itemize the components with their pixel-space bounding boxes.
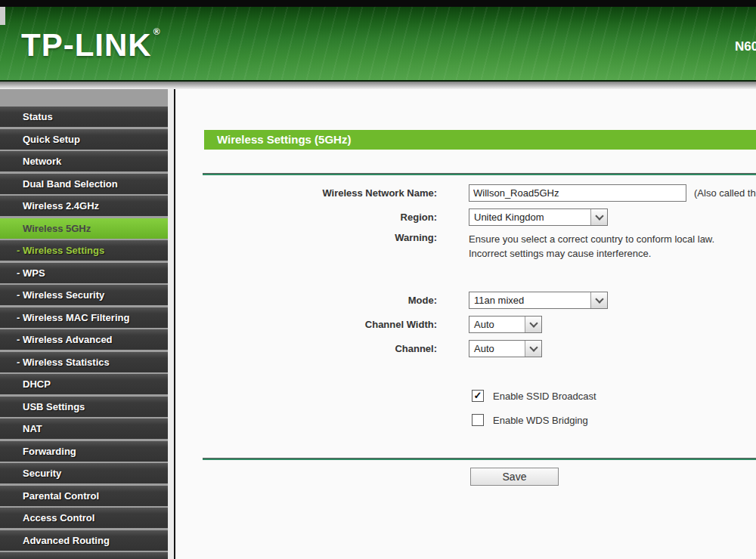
page-title-text: Wireless Settings (5GHz)	[217, 133, 351, 146]
chevron-down-icon	[595, 295, 603, 303]
enable-wds-bridging-checkbox[interactable]	[472, 414, 484, 426]
region-row: Region: United Kingdom	[175, 208, 756, 226]
sidebar-item-wireless-2.4ghz[interactable]: Wireless 2.4GHz	[0, 196, 168, 216]
content-area: StatusQuick SetupNetworkDual Band Select…	[0, 89, 756, 559]
channel-width-label: Channel Width:	[175, 319, 437, 330]
router-admin-page: TP-LINK® N600 StatusQuick SetupNetworkDu…	[0, 0, 756, 559]
enable-ssid-broadcast-checkbox[interactable]: ✓	[472, 390, 484, 402]
tplink-logo: TP-LINK®	[21, 26, 161, 63]
mode-select-value: 11an mixed	[469, 292, 590, 308]
divider-top	[203, 173, 756, 175]
page-title: Wireless Settings (5GHz)	[204, 130, 756, 150]
channel-select[interactable]: Auto	[469, 340, 542, 357]
sidebar-item-wireless-advanced[interactable]: - Wireless Advanced	[0, 329, 168, 350]
sidebar-item-bandwidth-control[interactable]: Bandwidth Control	[0, 552, 168, 559]
sidebar-item-forwarding[interactable]: Forwarding	[0, 441, 168, 462]
model-badge: N600	[735, 39, 756, 54]
checkbox-label: Enable WDS Bridging	[493, 415, 588, 426]
top-black-bar	[0, 0, 756, 7]
channel-width-row: Channel Width: Auto	[175, 315, 756, 333]
channel-width-select[interactable]: Auto	[469, 316, 542, 333]
sidebar-item-status[interactable]: Status	[0, 107, 168, 127]
checkbox-group: ✓Enable SSID BroadcastEnable WDS Bridgin…	[472, 390, 756, 426]
sidebar-item-dual-band-selection[interactable]: Dual Band Selection	[0, 174, 168, 194]
channel-row: Channel: Auto	[175, 339, 756, 357]
sidebar-item-nat[interactable]: NAT	[0, 418, 168, 439]
sidebar-item-wireless-security[interactable]: - Wireless Security	[0, 285, 168, 305]
channel-width-select-value: Auto	[469, 317, 525, 332]
corner-notch	[0, 7, 5, 25]
sidebar-spacer	[0, 89, 168, 107]
wireless-network-name-label: Wireless Network Name:	[175, 187, 437, 199]
checkbox-row: ✓Enable SSID Broadcast	[472, 390, 756, 402]
warning-line-1: Ensure you select a correct country to c…	[469, 232, 714, 246]
warning-line-2: Incorrect settings may cause interferenc…	[469, 246, 714, 261]
sidebar-item-wireless-statistics[interactable]: - Wireless Statistics	[0, 352, 168, 372]
sidebar-item-quick-setup[interactable]: Quick Setup	[0, 129, 168, 150]
network-name-row: Wireless Network Name: (Also called the …	[175, 184, 756, 202]
mode-select-arrow[interactable]	[590, 292, 607, 308]
channel-width-select-arrow[interactable]	[525, 317, 541, 332]
mode-label: Mode:	[175, 295, 437, 306]
chevron-down-icon	[529, 343, 538, 351]
sidebar-item-access-control[interactable]: Access Control	[0, 508, 168, 528]
warning-label: Warning:	[175, 232, 437, 243]
sidebar-item-wireless-mac-filtering[interactable]: - Wireless MAC Filtering	[0, 307, 168, 328]
save-button[interactable]: Save	[470, 468, 559, 486]
sidebar-item-wireless-5ghz[interactable]: Wireless 5GHz	[0, 218, 168, 239]
ssid-hint: (Also called the SSID)	[694, 187, 756, 199]
mode-row: Mode: 11an mixed	[175, 291, 756, 309]
main-panel: Wireless Settings (5GHz) Wireless Networ…	[175, 89, 756, 559]
channel-label: Channel:	[175, 343, 437, 354]
warning-row: Warning: Ensure you select a correct cou…	[175, 232, 756, 261]
region-select-value: United Kingdom	[469, 209, 590, 225]
header-banner: TP-LINK® N600	[0, 7, 756, 80]
sidebar-main-divider	[168, 89, 175, 559]
channel-select-arrow[interactable]	[525, 341, 541, 357]
registered-mark-icon: ®	[153, 26, 161, 37]
divider-bottom	[203, 458, 756, 460]
sidebar-menu: StatusQuick SetupNetworkDual Band Select…	[0, 89, 168, 559]
wireless-network-name-input[interactable]	[469, 184, 686, 202]
sidebar-item-advanced-routing[interactable]: Advanced Routing	[0, 530, 168, 551]
chevron-down-icon	[595, 212, 603, 220]
sidebar-item-network[interactable]: Network	[0, 151, 168, 171]
warning-text: Ensure you select a correct country to c…	[469, 232, 714, 261]
region-select[interactable]: United Kingdom	[469, 208, 608, 226]
save-row: Save	[470, 468, 756, 486]
sidebar-item-security[interactable]: Security	[0, 463, 168, 483]
region-label: Region:	[175, 212, 437, 223]
sidebar-item-dhcp[interactable]: DHCP	[0, 374, 168, 394]
sidebar-item-parental-control[interactable]: Parental Control	[0, 486, 168, 506]
header-divider-strip	[0, 80, 756, 89]
settings-form: Wireless Network Name: (Also called the …	[175, 184, 756, 357]
checkbox-row: Enable WDS Bridging	[472, 414, 756, 426]
sidebar-item-usb-settings[interactable]: USB Settings	[0, 397, 168, 417]
mode-select[interactable]: 11an mixed	[469, 292, 608, 309]
channel-select-value: Auto	[469, 341, 525, 357]
region-select-arrow[interactable]	[590, 209, 607, 225]
checkbox-label: Enable SSID Broadcast	[493, 391, 596, 402]
sidebar-item-wireless-settings[interactable]: - Wireless Settings	[0, 240, 168, 261]
brand-text: TP-LINK	[21, 27, 152, 63]
chevron-down-icon	[529, 319, 538, 327]
sidebar-item-wps[interactable]: - WPS	[0, 263, 168, 283]
